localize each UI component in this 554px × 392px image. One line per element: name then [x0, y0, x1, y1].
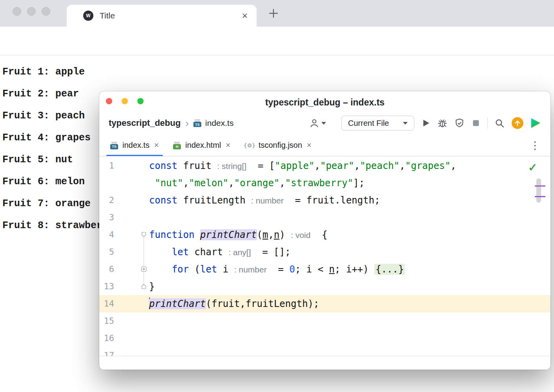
code-text: const fruit : string[] = ["apple","pear"…	[149, 157, 456, 174]
line-number: 3	[99, 209, 114, 226]
breadcrumb-project[interactable]: typescript_debug	[109, 118, 180, 128]
code-line[interactable]: 17	[99, 347, 550, 356]
code-line[interactable]: 14printChart(fruit,fruitLength);	[99, 295, 550, 312]
run-button[interactable]	[421, 118, 430, 128]
tab-close-icon[interactable]: ✕	[154, 142, 159, 149]
json-config-file-icon: {⚙}	[245, 142, 254, 149]
inspection-ok-icon[interactable]: ✓	[528, 161, 537, 174]
ide-toolbar: typescript_debug › TS index.ts Current F…	[99, 112, 550, 134]
page-line: Fruit 4: grapes	[2, 132, 91, 143]
editor-lines: 1const fruit : string[] = ["apple","pear…	[99, 157, 550, 356]
code-line[interactable]: 6 for (let i : number = 0; i < n; i++) {…	[99, 261, 550, 278]
code-text: }	[149, 278, 155, 295]
code-text: "nut","melon","orange","strawberry"];	[149, 174, 364, 192]
ide-titlebar[interactable]: typescript_debug – index.ts	[99, 91, 550, 112]
tab-label: index.ts	[122, 141, 149, 150]
gutter	[114, 330, 149, 347]
code-line[interactable]: 16	[99, 330, 550, 347]
line-number: 14	[99, 295, 114, 312]
run-config-select[interactable]: Current File	[341, 116, 414, 131]
tab-index-ts[interactable]: TS index.ts ✕	[103, 134, 166, 156]
tab-close-icon[interactable]: ✕	[226, 142, 231, 149]
code-line[interactable]: 2const fruitLength : number = fruit.leng…	[99, 192, 550, 209]
code-text: function printChart(m,n) : void {	[149, 226, 328, 243]
toolbar-separator	[487, 118, 488, 129]
tab-index-html[interactable]: H index.html ✕	[166, 134, 238, 156]
code-line[interactable]: 13}	[99, 278, 550, 295]
tab-favicon-icon: W	[83, 11, 93, 21]
line-number: 15	[99, 312, 114, 330]
browser-minimize-button[interactable]	[27, 7, 36, 16]
chevron-down-icon	[403, 122, 408, 125]
ide-window[interactable]: typescript_debug – index.ts typescript_d…	[99, 91, 550, 370]
page-line: Fruit 1: apple	[2, 67, 85, 78]
profile-button[interactable]	[309, 118, 326, 128]
fold-region-line	[144, 237, 144, 284]
gutter	[114, 174, 149, 192]
line-number: 16	[99, 330, 114, 347]
gutter	[114, 209, 149, 226]
arrow-up-icon	[514, 119, 521, 127]
code-text: const fruitLength : number = fruit.lengt…	[149, 192, 380, 209]
webstorm-logo-icon[interactable]	[530, 118, 541, 129]
tab-tsconfig-json[interactable]: {⚙} tsconfig.json ✕	[238, 134, 319, 156]
code-line[interactable]: 15	[99, 312, 550, 330]
tab-label: tsconfig.json	[259, 141, 302, 150]
code-line[interactable]: 3	[99, 209, 550, 226]
debug-button[interactable]	[437, 118, 448, 129]
chevron-right-icon: ›	[185, 117, 189, 129]
tab-close-icon[interactable]: ✕	[242, 11, 248, 20]
run-config-value: Current File	[348, 119, 389, 128]
breadcrumb: typescript_debug › TS index.ts	[109, 117, 233, 129]
browser-toolbar: localhost:8888/index.html	[0, 27, 554, 55]
ide-minimize-button[interactable]	[122, 98, 128, 104]
code-text: let chart : any[] = [];	[149, 243, 291, 261]
code-editor[interactable]: 1const fruit : string[] = ["apple","pear…	[99, 156, 550, 356]
more-options-icon[interactable]: ⋮	[530, 139, 547, 152]
scrollbar-thumb[interactable]	[536, 178, 541, 203]
browser-maximize-button[interactable]	[42, 7, 50, 16]
line-number: 17	[99, 347, 114, 356]
run-with-coverage-button[interactable]	[454, 118, 465, 128]
typescript-file-icon: TS	[193, 119, 201, 127]
code-line[interactable]: 1const fruit : string[] = ["apple","pear…	[99, 157, 550, 174]
html-file-icon: H	[173, 142, 181, 149]
code-line[interactable]: 5 let chart : any[] = [];	[99, 243, 550, 261]
code-line[interactable]: 4function printChart(m,n) : void {	[99, 226, 550, 243]
new-tab-button[interactable]	[267, 7, 280, 20]
tab-close-icon[interactable]: ✕	[306, 142, 312, 149]
line-number: 2	[99, 192, 114, 209]
gutter	[114, 347, 149, 356]
gutter	[114, 312, 149, 330]
browser-tab-strip: W Title ✕	[0, 0, 554, 27]
tab-title: Title	[100, 11, 242, 20]
page-line: Fruit 3: peach	[2, 111, 85, 122]
update-project-button[interactable]	[512, 117, 523, 129]
typescript-file-icon: TS	[110, 142, 118, 149]
code-text: printChart(fruit,fruitLength);	[149, 295, 319, 312]
scrollbar-mark	[535, 196, 545, 197]
search-button[interactable]	[494, 118, 505, 129]
page-line: Fruit 2: pear	[2, 89, 79, 100]
browser-tab[interactable]: W Title ✕	[67, 5, 257, 27]
ide-maximize-button[interactable]	[137, 98, 144, 104]
stop-button[interactable]	[471, 118, 481, 128]
user-icon	[309, 118, 319, 128]
breadcrumb-file[interactable]: index.ts	[205, 118, 233, 128]
code-text: for (let i : number = 0; i < n; i++) {..…	[149, 261, 405, 278]
ide-bottom-strip	[99, 356, 550, 370]
line-number: 4	[99, 226, 114, 243]
ide-close-button[interactable]	[106, 98, 112, 104]
line-number: 6	[99, 261, 114, 278]
line-number: 5	[99, 243, 114, 261]
code-line[interactable]: "nut","melon","orange","strawberry"];	[99, 174, 550, 192]
plus-icon	[268, 8, 279, 19]
page-line: Fruit 7: orange	[2, 198, 91, 209]
ide-window-title: typescript_debug – index.ts	[99, 91, 550, 113]
browser-close-button[interactable]	[13, 7, 21, 16]
tab-label: index.html	[185, 141, 221, 150]
gutter	[114, 295, 149, 312]
page-line: Fruit 6: melon	[2, 176, 85, 187]
toolbar-actions: Current File	[309, 116, 541, 131]
scrollbar-mark	[535, 185, 545, 187]
